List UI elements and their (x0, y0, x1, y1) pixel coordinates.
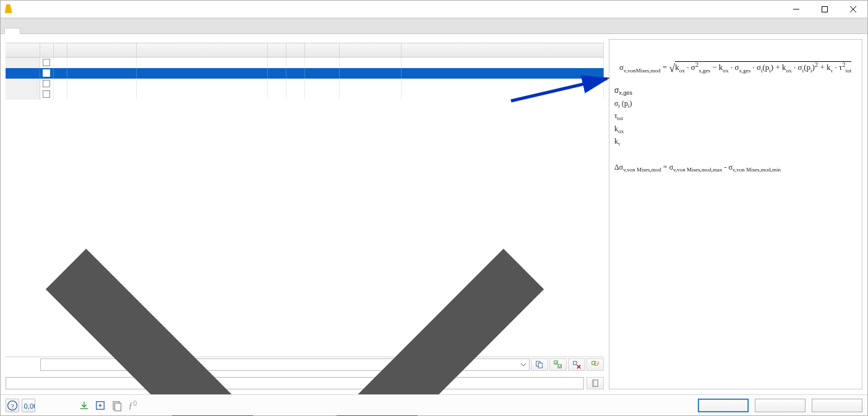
table-row[interactable] (6, 68, 604, 79)
svg-text:?: ? (11, 402, 14, 410)
col-limit-stress[interactable] (340, 43, 402, 58)
export-button[interactable] (93, 399, 107, 412)
checkbox-icon (43, 80, 50, 87)
svg-rect-0 (822, 6, 828, 12)
col-stress-type[interactable] (67, 43, 137, 58)
tab-bar (1, 18, 867, 34)
function-button[interactable]: ƒ() (126, 399, 139, 412)
tab-spezielle-optionen[interactable] (20, 28, 37, 33)
app-icon (4, 4, 14, 14)
clipboard-button[interactable] (110, 399, 123, 412)
comment-library-button[interactable] (587, 377, 604, 389)
svg-text:(): () (133, 399, 137, 405)
info-panel: σv,vonMises,mod = √kσx · σ2x,ges − kσx ·… (609, 39, 862, 389)
table-row[interactable] (6, 58, 604, 68)
close-button[interactable] (839, 1, 867, 18)
import-button[interactable] (77, 399, 91, 412)
help-button[interactable]: ? (6, 399, 19, 412)
bottom-bar: ? 0,00 ƒ() (1, 394, 867, 415)
apply-button[interactable] (812, 399, 862, 412)
titlebar (1, 1, 867, 18)
maximize-button[interactable] (810, 1, 839, 18)
svg-rect-14 (115, 403, 121, 411)
svg-rect-8 (593, 380, 598, 387)
svg-text:0,00: 0,00 (24, 402, 35, 410)
units-button[interactable]: 0,00 (22, 399, 35, 412)
info-formula: σv,vonMises,mod = √kσx · σ2x,ges − kσx ·… (614, 57, 857, 86)
chevron-down-icon (9, 97, 581, 417)
col-limit-type[interactable] (137, 43, 268, 58)
info-description (614, 48, 857, 57)
delta-formula: Δσv,von Mises,mod = σv,von Mises,mod,max… (614, 162, 857, 173)
ok-button[interactable] (698, 399, 749, 412)
symbol-definitions: σx,ges σt (pi) τtot kσx kτ (614, 86, 857, 159)
col-factor[interactable] (305, 43, 340, 58)
reset-button[interactable] (587, 358, 604, 371)
comment-dropdown[interactable] (6, 377, 584, 389)
checkbox-icon (43, 59, 50, 66)
tab-spannungen[interactable] (4, 28, 20, 34)
svg-text:ƒ: ƒ (129, 401, 133, 410)
table-row[interactable] (6, 79, 604, 89)
cancel-button[interactable] (755, 399, 806, 412)
minimize-button[interactable] (782, 1, 810, 18)
checkbox-icon (43, 69, 50, 77)
